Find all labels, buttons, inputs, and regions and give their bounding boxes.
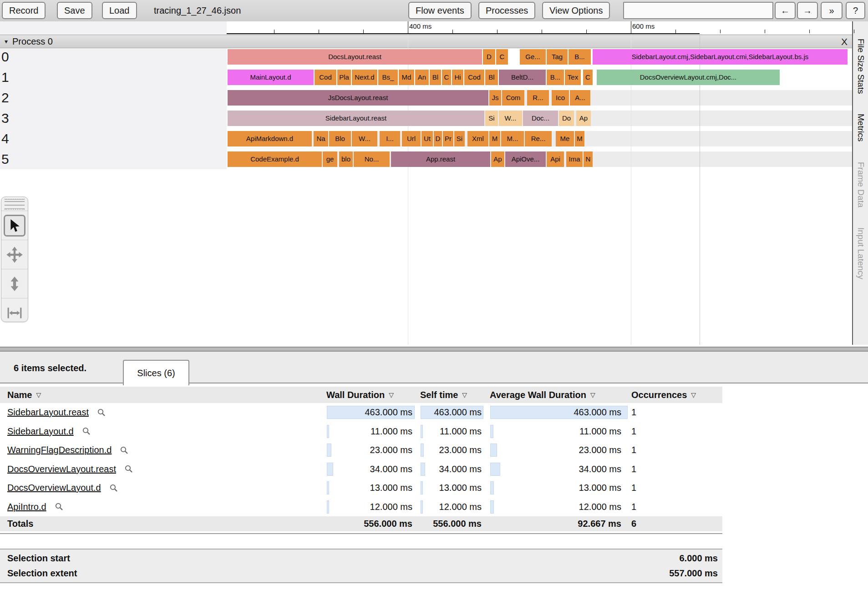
grip-icon[interactable] xyxy=(5,199,25,210)
trace-slice[interactable]: M xyxy=(489,131,500,146)
trace-slice[interactable]: Md xyxy=(399,70,414,85)
trace-slice[interactable]: Ap xyxy=(576,111,591,126)
column-header-wall-duration[interactable]: Wall Duration▽ xyxy=(326,387,394,403)
process-header[interactable]: ▾ Process 0 X xyxy=(0,35,852,48)
magnifier-icon[interactable] xyxy=(82,427,91,436)
find-next-button[interactable]: → xyxy=(797,2,818,19)
trace-slice[interactable]: Na xyxy=(314,131,328,146)
column-header-average-wall-duration[interactable]: Average Wall Duration▽ xyxy=(490,387,595,403)
trace-slice[interactable]: blo xyxy=(339,151,353,167)
zoom-tool-button[interactable] xyxy=(1,269,28,298)
load-button[interactable]: Load xyxy=(102,2,137,19)
column-header-occurrences[interactable]: Occurrences▽ xyxy=(631,387,696,403)
slice-name-link[interactable]: WarningFlagDescription.d xyxy=(7,445,112,455)
trace-slice[interactable]: SidebarLayout.reast xyxy=(228,111,484,126)
find-previous-button[interactable]: ← xyxy=(775,2,796,19)
slice-name-link[interactable]: DocsOverviewLayout.reast xyxy=(7,464,116,474)
trace-slice[interactable]: Si xyxy=(485,111,498,126)
trace-slice[interactable]: Si xyxy=(454,131,465,146)
slice-name-link[interactable]: DocsOverviewLayout.d xyxy=(7,483,101,493)
magnifier-icon[interactable] xyxy=(109,484,118,493)
help-button[interactable]: ? xyxy=(846,2,865,19)
magnifier-icon[interactable] xyxy=(97,408,106,417)
pan-tool-button[interactable] xyxy=(1,240,28,269)
trace-slice[interactable]: C xyxy=(496,49,508,65)
trace-slice[interactable]: D xyxy=(483,49,495,65)
view-options-button[interactable]: View Options xyxy=(542,2,610,19)
trace-slice[interactable]: Ima xyxy=(566,151,583,167)
trace-slice[interactable]: W... xyxy=(499,111,522,126)
trace-slice[interactable]: C xyxy=(583,70,593,85)
trace-slice[interactable]: Bs_ xyxy=(378,70,398,85)
search-input[interactable] xyxy=(623,2,773,19)
flow-events-button[interactable]: Flow events xyxy=(408,2,472,19)
trace-slice[interactable]: Xml xyxy=(467,131,488,146)
trace-slice[interactable]: Pla xyxy=(337,70,351,85)
trace-slice[interactable]: Do xyxy=(559,111,574,126)
trace-slice[interactable]: N xyxy=(584,151,593,167)
trace-slice[interactable]: Js xyxy=(489,90,501,106)
trace-slice[interactable]: Api xyxy=(547,151,564,167)
trace-slice[interactable]: W... xyxy=(352,131,377,146)
trace-slice[interactable]: Pr xyxy=(443,131,453,146)
trace-slice[interactable]: SidebarLayout.cmj,SidebarLayout.cmi,Side… xyxy=(593,49,848,65)
record-button[interactable]: Record xyxy=(2,2,46,19)
trace-slice[interactable]: I... xyxy=(380,131,400,146)
trace-slice[interactable]: ApiMarkdown.d xyxy=(228,131,312,146)
trace-slice[interactable]: App.reast xyxy=(391,151,490,167)
trace-slice[interactable]: Next.d xyxy=(352,70,377,85)
magnifier-icon[interactable] xyxy=(55,502,64,511)
trace-slice[interactable]: Bl xyxy=(485,70,498,85)
trace-slice[interactable]: Ge... xyxy=(520,49,546,65)
processes-button[interactable]: Processes xyxy=(478,2,535,19)
trace-slice[interactable]: Bl xyxy=(430,70,441,85)
trace-slice[interactable]: Blo xyxy=(329,131,351,146)
trace-slice[interactable]: B... xyxy=(547,70,564,85)
trace-slice[interactable]: CodeExample.d xyxy=(228,151,322,167)
slice-name-link[interactable]: SidebarLayout.reast xyxy=(7,407,89,418)
magnifier-icon[interactable] xyxy=(124,464,133,474)
trace-slice[interactable]: DocsLayout.reast xyxy=(228,49,482,65)
trace-slice[interactable]: D xyxy=(434,131,442,146)
trace-slice[interactable]: A... xyxy=(570,90,590,106)
trace-slice[interactable]: R... xyxy=(527,90,549,106)
trace-slice[interactable]: An xyxy=(415,70,429,85)
trace-slice[interactable]: Cod xyxy=(315,70,336,85)
trace-slice[interactable]: Re... xyxy=(525,131,552,146)
trace-slice[interactable]: Me xyxy=(556,131,574,146)
trace-slice[interactable]: No... xyxy=(354,151,390,167)
trace-slice[interactable]: Tex xyxy=(565,70,581,85)
trace-slice[interactable]: Tag xyxy=(547,49,568,65)
close-icon[interactable]: X xyxy=(841,35,848,49)
trace-slice[interactable]: Ico xyxy=(552,90,569,106)
trace-slice[interactable]: Doc... xyxy=(523,111,558,126)
trace-slice[interactable]: Ap xyxy=(491,151,504,167)
trace-slice[interactable]: Ut xyxy=(421,131,433,146)
trace-slice[interactable]: C xyxy=(442,70,451,85)
column-header-self-time[interactable]: Self time▽ xyxy=(420,387,467,403)
trace-slice[interactable]: ge xyxy=(323,151,337,167)
timing-tool-button[interactable] xyxy=(1,298,28,327)
trace-slice[interactable]: ApiOve... xyxy=(505,151,546,167)
trace-slice[interactable]: B... xyxy=(569,49,591,65)
trace-slice[interactable]: Com xyxy=(502,90,524,106)
timeline-ruler[interactable] xyxy=(227,21,852,34)
column-header-name[interactable]: Name▽ xyxy=(7,387,41,403)
trace-slice[interactable]: M... xyxy=(501,131,524,146)
trace-slice[interactable]: Hi xyxy=(452,70,463,85)
trace-slice[interactable]: M xyxy=(575,131,584,146)
slice-name-link[interactable]: SidebarLayout.d xyxy=(7,426,74,437)
trace-slice[interactable]: Url xyxy=(402,131,421,146)
panel-splitter[interactable] xyxy=(0,345,868,353)
magnifier-icon[interactable] xyxy=(120,446,129,455)
overflow-button[interactable]: » xyxy=(821,2,843,19)
selection-tool-button[interactable] xyxy=(1,211,28,240)
trace-slice[interactable]: MainLayout.d xyxy=(228,70,314,85)
tab-slices[interactable]: Slices (6) xyxy=(123,360,189,385)
sidebar-tab-metrics[interactable]: Metrics xyxy=(856,114,866,141)
slice-name-link[interactable]: ApiIntro.d xyxy=(7,502,46,512)
collapse-icon[interactable]: ▾ xyxy=(5,38,8,45)
trace-slice[interactable]: BeltD... xyxy=(499,70,546,85)
trace-slice[interactable]: DocsOverviewLayout.cmj,Doc... xyxy=(597,70,780,85)
trace-slice[interactable]: Cod xyxy=(464,70,484,85)
